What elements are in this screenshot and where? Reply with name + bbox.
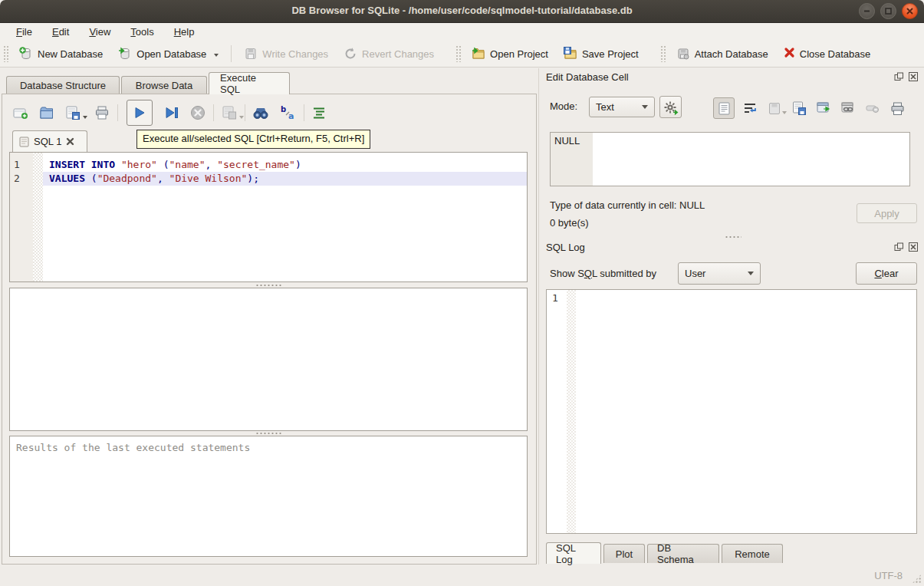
copy-link-button[interactable] <box>839 99 857 117</box>
tab-execute-sql[interactable]: Execute SQL <box>209 72 290 94</box>
tab-sql-log[interactable]: SQL Log <box>546 542 601 564</box>
open-sql-file-button[interactable] <box>37 103 57 123</box>
resize-grip[interactable] <box>912 574 922 584</box>
open-in-external-button[interactable] <box>814 99 833 117</box>
float-dock-icon[interactable] <box>894 242 904 252</box>
sql-log-view[interactable]: 1 <box>546 289 917 534</box>
tab-browse-data[interactable]: Browse Data <box>121 76 207 94</box>
chevron-down-icon <box>748 272 754 275</box>
sql-document-tab[interactable]: SQL 1 <box>12 130 87 152</box>
menu-help[interactable]: Help <box>166 25 203 39</box>
print-sql-button[interactable] <box>92 103 112 123</box>
log-line-number: 1 <box>552 292 558 304</box>
maximize-button[interactable] <box>880 3 896 19</box>
menu-file[interactable]: File <box>8 25 41 39</box>
tab-db-schema[interactable]: DB Schema <box>647 544 719 563</box>
open-database-dropdown-caret[interactable] <box>214 54 219 57</box>
word-wrap-button[interactable] <box>741 99 759 117</box>
auto-switch-mode-button[interactable] <box>659 96 682 118</box>
menu-view[interactable]: View <box>81 25 119 39</box>
open-project-button[interactable]: Open Project <box>464 44 556 64</box>
cell-size-info: 0 byte(s) <box>550 217 589 229</box>
set-null-icon <box>866 104 880 113</box>
mode-combobox[interactable]: Text <box>589 97 655 117</box>
write-changes-icon <box>244 47 258 61</box>
sql-editor[interactable]: 1 2 INSERT INTO "hero" ("name", "secret_… <box>9 152 528 282</box>
revert-changes-icon <box>344 47 357 61</box>
log-fold-margin <box>567 290 576 533</box>
encoding-indicator[interactable]: UTF-8 <box>874 570 903 581</box>
fold-margin <box>33 153 43 281</box>
minimize-button[interactable] <box>859 3 875 19</box>
link-icon <box>841 102 856 114</box>
new-database-button[interactable]: New Database <box>12 44 110 64</box>
menu-edit[interactable]: Edit <box>44 25 77 39</box>
sql-tab-label: SQL 1 <box>34 136 61 147</box>
new-sql-tab-button[interactable] <box>11 103 31 123</box>
sql-log-dock-buttons <box>894 242 918 252</box>
menu-tools[interactable]: Tools <box>122 25 162 39</box>
log-filter-combobox[interactable]: User <box>678 262 761 285</box>
attach-database-button[interactable]: Attach Database <box>669 44 776 64</box>
svg-text:b: b <box>281 105 286 114</box>
close-dock-icon[interactable] <box>909 72 918 81</box>
word-wrap-icon <box>743 102 757 114</box>
import-cell-data-button <box>765 99 784 117</box>
edit-cell-dock-buttons <box>894 72 918 81</box>
line-number: 1 <box>14 158 20 172</box>
save-sql-dropdown-caret[interactable] <box>83 116 87 119</box>
revert-changes-button: Revert Changes <box>336 44 442 64</box>
results-message-pane[interactable]: Results of the last executed statements <box>9 436 528 557</box>
save-project-icon <box>564 47 577 61</box>
execute-current-line-button[interactable] <box>162 103 182 123</box>
code-line-1: INSERT INTO "hero" ("name", "secret_name… <box>43 158 527 172</box>
mode-value: Text <box>596 101 614 113</box>
close-sql-tab-icon[interactable] <box>66 137 74 146</box>
execute-icon <box>133 106 146 120</box>
attach-database-icon <box>676 47 690 61</box>
open-project-icon <box>472 47 485 61</box>
open-database-icon <box>118 47 132 61</box>
find-button[interactable] <box>251 103 271 123</box>
code-line-2: VALUES ("Deadpond", "Dive Wilson"); <box>43 172 527 186</box>
tab-database-structure[interactable]: Database Structure <box>6 76 120 94</box>
toolbar-grip[interactable] <box>660 45 666 62</box>
execute-sql-button[interactable] <box>127 100 153 126</box>
close-dock-icon[interactable] <box>909 242 918 252</box>
line-number: 2 <box>14 172 20 186</box>
cell-type-info: Type of data currently in cell: NULL <box>550 199 705 211</box>
export-cell-data-button[interactable] <box>790 99 808 117</box>
find-replace-button[interactable]: ba <box>278 103 298 123</box>
print-cell-button[interactable] <box>888 99 906 117</box>
float-dock-icon[interactable] <box>894 72 904 81</box>
results-grid-pane[interactable] <box>9 288 528 431</box>
tab-remote[interactable]: Remote <box>722 544 783 563</box>
sql-document-icon <box>19 137 29 147</box>
toolbar-grip[interactable] <box>3 45 8 62</box>
close-button[interactable] <box>902 3 918 19</box>
cell-editor[interactable]: NULL <box>550 132 910 186</box>
save-sql-file-button[interactable] <box>63 103 83 123</box>
import-file-icon <box>768 102 781 115</box>
text-document-icon <box>718 102 730 115</box>
titlebar[interactable]: DB Browser for SQLite - /home/user/code/… <box>0 0 924 23</box>
code-area[interactable]: INSERT INTO "hero" ("name", "secret_name… <box>43 153 527 281</box>
log-filter-label: Show SQL submitted by <box>550 268 656 279</box>
maximize-icon <box>884 7 893 15</box>
open-external-icon <box>817 102 831 114</box>
results-placeholder: Results of the last executed statements <box>10 436 527 459</box>
close-database-button[interactable]: Close Database <box>776 44 879 64</box>
text-mode-button[interactable] <box>713 97 735 119</box>
window-controls <box>859 3 918 19</box>
clear-log-button[interactable]: Clear <box>856 262 917 285</box>
close-icon <box>906 7 914 15</box>
open-database-button[interactable]: Open Database <box>110 44 226 64</box>
save-project-button[interactable]: Save Project <box>556 44 646 64</box>
import-dropdown-caret <box>782 111 787 114</box>
dock-splitter-handle[interactable] <box>541 235 924 239</box>
format-sql-button[interactable] <box>310 103 330 123</box>
stop-execution-button <box>188 103 208 123</box>
toolbar-grip[interactable] <box>455 45 461 62</box>
tab-plot[interactable]: Plot <box>603 544 645 563</box>
panel-divider[interactable] <box>538 68 539 565</box>
